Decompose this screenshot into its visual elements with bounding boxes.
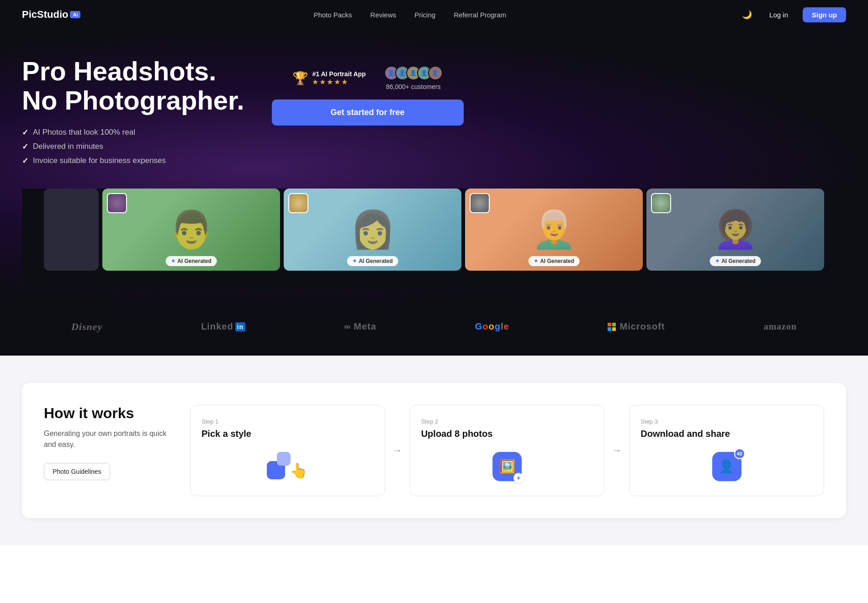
login-button[interactable]: Log in bbox=[762, 7, 795, 22]
download-icon: 👤 40 bbox=[712, 452, 741, 481]
hero-title: Pro Headshots. No Photographer. bbox=[22, 57, 244, 115]
step-3-number: Step 3 bbox=[640, 418, 813, 425]
feature-3: Invoice suitable for business expenses bbox=[22, 156, 244, 166]
photo-strip: 👨 ✦ AI Generated 👩 ✦ AI Generated bbox=[22, 189, 846, 289]
step-card-3: Step 3 Download and share 👤 40 bbox=[629, 405, 824, 496]
photo-card-4: 👩‍🦱 ✦ AI Generated bbox=[646, 189, 824, 271]
hero-content: Pro Headshots. No Photographer. AI Photo… bbox=[22, 57, 846, 170]
logo-google: Google bbox=[475, 321, 509, 332]
photo-card-2: 👩 ✦ AI Generated bbox=[284, 189, 461, 271]
nav-actions: 🌙 Log in Sign up bbox=[739, 7, 846, 22]
how-it-works-section: How it works Generating your own portrai… bbox=[0, 356, 868, 545]
customer-count: 86,000+ customers bbox=[386, 83, 440, 90]
signup-button[interactable]: Sign up bbox=[803, 7, 846, 22]
how-description: Generating your own portraits is quick a… bbox=[44, 428, 172, 450]
step-2-number: Step 2 bbox=[421, 418, 593, 425]
nav-link-pricing[interactable]: Pricing bbox=[414, 11, 435, 19]
award-badge: 🏆 #1 AI Portrait App ★★★★★ bbox=[292, 70, 365, 86]
how-steps: Step 1 Pick a style 👆 → Step 2 Upload 8 … bbox=[190, 405, 824, 496]
logo-amazon: amazon bbox=[763, 321, 797, 332]
nav-link-reviews[interactable]: Reviews bbox=[370, 11, 397, 19]
ai-badge: ✦ AI Generated bbox=[347, 256, 398, 266]
logo-badge: Ai bbox=[70, 11, 80, 18]
upload-plus-badge: + bbox=[513, 473, 524, 483]
logo-microsoft: Microsoft bbox=[608, 321, 665, 332]
download-count-badge: 40 bbox=[734, 448, 745, 459]
how-left: How it works Generating your own portrai… bbox=[44, 405, 172, 480]
step-card-1: Step 1 Pick a style 👆 bbox=[190, 405, 385, 496]
ai-badge: ✦ AI Generated bbox=[528, 256, 580, 266]
upload-icon: 🖼️ + bbox=[492, 452, 522, 481]
photo-card-1: 👨 ✦ AI Generated bbox=[102, 189, 280, 271]
customers-badge: 👤 👤 👤 👤 👤 86,000+ customers bbox=[384, 66, 443, 90]
wreath-left-icon: 🏆 bbox=[292, 71, 308, 86]
theme-toggle-button[interactable]: 🌙 bbox=[739, 7, 755, 22]
logo-meta: ∞ Meta bbox=[344, 321, 376, 332]
ai-badge: ✦ AI Generated bbox=[709, 256, 761, 266]
nav-links: Photo Packs Reviews Pricing Referral Pro… bbox=[313, 11, 506, 19]
step-arrow-1: → bbox=[392, 445, 402, 456]
hero-left: Pro Headshots. No Photographer. AI Photo… bbox=[22, 57, 244, 170]
logo-disney: Disney bbox=[71, 321, 102, 333]
step-3-title: Download and share bbox=[640, 429, 813, 439]
hero-features: AI Photos that look 100% real Delivered … bbox=[22, 128, 244, 166]
customer-avatars: 👤 👤 👤 👤 👤 bbox=[384, 66, 443, 80]
photo-guidelines-button[interactable]: Photo Guidelines bbox=[44, 463, 110, 480]
hand-pointing-icon: 👆 bbox=[290, 462, 308, 479]
nav-link-photo-packs[interactable]: Photo Packs bbox=[313, 11, 352, 19]
step-3-icon-area: 👤 40 bbox=[640, 452, 813, 481]
step-1-title: Pick a style bbox=[201, 429, 374, 439]
step-card-2: Step 2 Upload 8 photos 🖼️ + bbox=[410, 405, 605, 496]
step-2-title: Upload 8 photos bbox=[421, 429, 593, 439]
ai-icon: ✦ bbox=[171, 258, 175, 264]
microsoft-grid-icon bbox=[608, 323, 616, 331]
step-2-icon-area: 🖼️ + bbox=[421, 452, 593, 481]
award-stars: ★★★★★ bbox=[312, 78, 365, 86]
step-arrow-2: → bbox=[612, 445, 622, 456]
logo[interactable]: PicStudio Ai bbox=[22, 9, 80, 21]
logo-linkedin: Linked in bbox=[201, 321, 245, 332]
hero-badges: 🏆 #1 AI Portrait App ★★★★★ 👤 👤 👤 👤 👤 bbox=[292, 66, 442, 90]
nav-link-referral[interactable]: Referral Program bbox=[454, 11, 506, 19]
award-text: #1 AI Portrait App bbox=[312, 70, 365, 78]
hero-right: 🏆 #1 AI Portrait App ★★★★★ 👤 👤 👤 👤 👤 bbox=[272, 57, 464, 126]
navbar: PicStudio Ai Photo Packs Reviews Pricing… bbox=[0, 0, 868, 29]
ai-icon: ✦ bbox=[352, 258, 357, 264]
feature-1: AI Photos that look 100% real bbox=[22, 128, 244, 137]
how-inner: How it works Generating your own portrai… bbox=[22, 383, 846, 518]
avatar: 👤 bbox=[428, 66, 443, 80]
ai-icon: ✦ bbox=[715, 258, 720, 264]
pick-style-icon: 👆 bbox=[267, 452, 308, 479]
hero-section: Pro Headshots. No Photographer. AI Photo… bbox=[0, 29, 868, 307]
how-title: How it works bbox=[44, 405, 172, 422]
logo-text: PicStudio bbox=[22, 9, 68, 21]
step-1-number: Step 1 bbox=[201, 418, 374, 425]
step-1-icon-area: 👆 bbox=[201, 452, 374, 479]
get-started-button[interactable]: Get started for free bbox=[272, 100, 464, 126]
award-wreath: 🏆 #1 AI Portrait App ★★★★★ bbox=[292, 70, 365, 86]
logos-section: Disney Linked in ∞ Meta Google Microsoft… bbox=[0, 307, 868, 356]
photo-card-0 bbox=[44, 189, 99, 271]
ai-icon: ✦ bbox=[534, 258, 538, 264]
photo-card-3: 👨‍🦳 ✦ AI Generated bbox=[465, 189, 643, 271]
feature-2: Delivered in minutes bbox=[22, 142, 244, 152]
ai-badge: ✦ AI Generated bbox=[165, 256, 217, 266]
